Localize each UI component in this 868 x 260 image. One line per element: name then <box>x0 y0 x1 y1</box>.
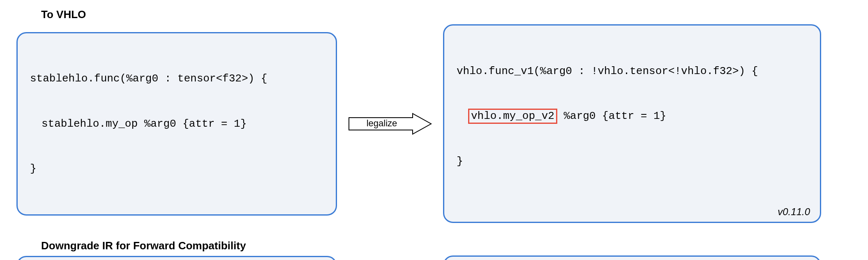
section-downgrade: Downgrade IR for Forward Compatibility v… <box>16 239 852 260</box>
code-box-right-1: vhlo.func_v1(%arg0 : !vhlo.tensor<!vhlo.… <box>443 24 821 223</box>
row-2: vhlo.func_v1(%arg0 : !vhlo.tensor<!vhlo.… <box>16 255 852 260</box>
code-box-left-2: vhlo.func_v1(%arg0 : !vhlo.tensor<!vhlo.… <box>16 256 337 260</box>
code-line: } <box>457 154 808 169</box>
code-line: vhlo.func_v1(%arg0 : !vhlo.tensor<!vhlo.… <box>457 64 808 79</box>
code-line: stablehlo.func(%arg0 : tensor<f32>) { <box>30 71 323 86</box>
row-1: stablehlo.func(%arg0 : tensor<f32>) { st… <box>16 24 852 223</box>
code-line: vhlo.my_op_v2 %arg0 {attr = 1} <box>457 109 808 124</box>
code-after-highlight: %arg0 {attr = 1} <box>557 110 666 122</box>
section-title-2: Downgrade IR for Forward Compatibility <box>41 239 852 252</box>
highlight-op-1: vhlo.my_op_v2 <box>468 109 557 124</box>
code-box-right-2: vhlo.func_v1(%arg0 : !vhlo.tensor<!vhlo.… <box>443 255 821 260</box>
version-tag-1: v0.11.0 <box>778 205 810 219</box>
arrow-legalize: legalize <box>347 111 433 136</box>
section-title-1: To VHLO <box>41 8 852 21</box>
arrow-label-1: legalize <box>367 118 397 128</box>
arrow-icon: legalize <box>347 111 433 136</box>
code-box-left-1: stablehlo.func(%arg0 : tensor<f32>) { st… <box>16 32 337 216</box>
section-to-vhlo: To VHLO stablehlo.func(%arg0 : tensor<f3… <box>16 8 852 223</box>
code-line: stablehlo.my_op %arg0 {attr = 1} <box>30 116 323 131</box>
code-line: } <box>30 161 323 176</box>
